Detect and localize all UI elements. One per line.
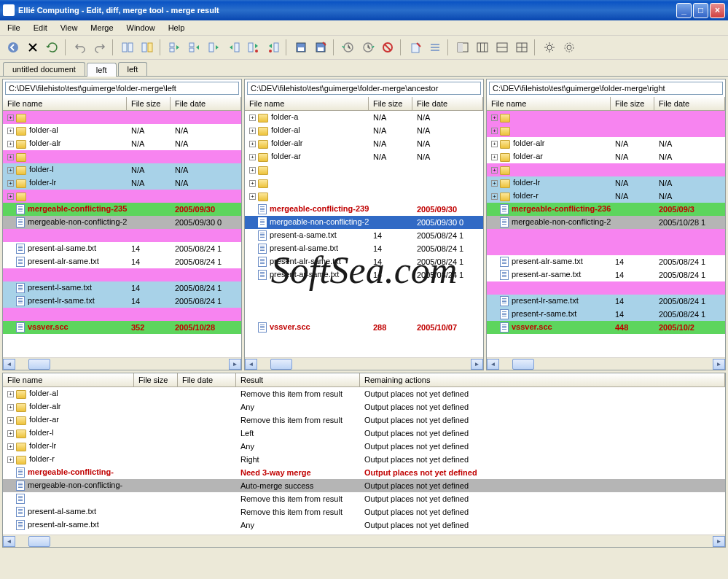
redo-button[interactable] <box>91 39 109 56</box>
list-item[interactable] <box>3 229 241 242</box>
expand-icon[interactable]: + <box>491 154 498 160</box>
list-item[interactable]: vssver.scc2882005/10/07 <box>245 321 483 334</box>
left-path[interactable]: C:\DEV\filehisto\test\guimerge\folder-me… <box>5 82 239 95</box>
col-size[interactable]: File size <box>611 97 654 110</box>
col-remain[interactable]: Remaining actions <box>360 373 725 386</box>
diff-button-3[interactable] <box>206 39 223 56</box>
expand-icon[interactable]: + <box>7 430 14 437</box>
col-size[interactable]: File size <box>369 97 412 110</box>
list-item[interactable]: mergeable-non-conflicting-2922005/10/28 … <box>487 216 725 229</box>
list-item[interactable]: + <box>3 190 241 203</box>
ancestor-path[interactable]: C:\DEV\filehisto\test\guimerge\folder-me… <box>247 82 481 95</box>
list-item[interactable]: + <box>487 111 725 124</box>
menu-view[interactable]: View <box>58 23 81 33</box>
list-item[interactable]: vssver.scc3522005/10/28 <box>3 321 241 334</box>
expand-icon[interactable]: + <box>491 167 498 174</box>
result-row[interactable]: +folder-lLeftOutput places not yet defin… <box>3 427 725 440</box>
expand-icon[interactable]: + <box>7 417 14 424</box>
settings-button-2[interactable] <box>560 39 578 56</box>
list-item[interactable] <box>245 281 483 295</box>
result-row[interactable]: present-alr-same.txtAnyOutput places not… <box>3 518 725 532</box>
result-row[interactable]: +folder-arRemove this item from resultOu… <box>3 413 725 427</box>
list-item[interactable]: +folder-alrN/AN/A <box>245 137 483 150</box>
list-item[interactable]: + <box>245 163 483 176</box>
list-item[interactable]: mergeable-conflicting-2352005/09/30 <box>3 203 241 216</box>
expand-icon[interactable]: + <box>249 128 256 134</box>
list-item[interactable]: present-alr-same.txt142005/08/24 1 <box>245 255 483 268</box>
result-scrollbar[interactable]: ◄► <box>3 535 725 547</box>
ancestor-scrollbar[interactable]: ◄► <box>245 357 483 370</box>
menu-edit[interactable]: Edit <box>31 23 50 33</box>
expand-icon[interactable]: + <box>7 180 14 187</box>
list-item[interactable]: +folder-rN/AN/A <box>487 190 725 203</box>
list-item[interactable] <box>487 229 725 242</box>
result-row[interactable]: +folder-lrAnyOutput places not yet defin… <box>3 440 725 453</box>
list-item[interactable]: +folder-lrN/AN/A <box>487 176 725 190</box>
list-item[interactable]: + <box>245 190 483 203</box>
expand-icon[interactable]: + <box>249 114 256 121</box>
list-item[interactable]: + <box>3 150 241 163</box>
settings-button-1[interactable] <box>541 39 558 56</box>
expand-icon[interactable]: + <box>249 193 256 200</box>
result-row[interactable]: +folder-rRightOutput places not yet defi… <box>3 453 725 466</box>
nav-back-button[interactable] <box>4 39 22 56</box>
list-item[interactable]: +folder-alrN/AN/A <box>3 137 241 150</box>
diff-button-1[interactable] <box>166 39 184 56</box>
expand-icon[interactable]: + <box>7 114 14 121</box>
expand-icon[interactable]: + <box>249 141 256 147</box>
list-item[interactable]: mergeable-non-conflicting-2652005/09/30 … <box>245 216 483 229</box>
result-grid-body[interactable]: +folder-alRemove this item from resultOu… <box>3 387 725 535</box>
list-item[interactable]: present-alr-same.txt142005/08/24 1 <box>3 255 241 268</box>
list-item[interactable]: +folder-alN/AN/A <box>245 124 483 137</box>
list-item[interactable]: + <box>3 111 241 124</box>
col-date[interactable]: File date <box>171 97 241 110</box>
align-button[interactable] <box>426 39 444 56</box>
result-row[interactable]: Remove this item from resultOutput place… <box>3 492 725 505</box>
list-item[interactable]: mergeable-conflicting-2362005/09/3 <box>487 203 725 216</box>
ancestor-grid-body[interactable]: +folder-aN/AN/A+folder-alN/AN/A+folder-a… <box>245 111 483 357</box>
list-item[interactable]: mergeable-conflicting-2392005/09/30 <box>245 203 483 216</box>
compare-button-2[interactable] <box>138 39 156 56</box>
expand-icon[interactable]: + <box>7 167 14 174</box>
col-result[interactable]: Result <box>236 373 360 386</box>
history-button-1[interactable] <box>340 39 357 56</box>
list-item[interactable] <box>3 308 241 321</box>
right-path[interactable]: C:\DEV\filehisto\test\guimerge\folder-me… <box>489 82 723 95</box>
list-item[interactable]: present-lr-same.txt142005/08/24 1 <box>487 295 725 308</box>
expand-icon[interactable]: + <box>491 128 498 134</box>
list-item[interactable]: present-ar-same.txt142005/08/24 1 <box>245 268 483 281</box>
expand-icon[interactable]: + <box>7 456 14 463</box>
result-row[interactable]: +folder-alrAnyOutput places not yet defi… <box>3 400 725 413</box>
menu-help[interactable]: Help <box>165 23 188 33</box>
list-item[interactable] <box>245 308 483 321</box>
diff-button-5[interactable] <box>245 39 262 56</box>
left-grid-body[interactable]: ++folder-alN/AN/A+folder-alrN/AN/A++fold… <box>3 111 241 357</box>
menu-window[interactable]: Window <box>124 23 158 33</box>
list-item[interactable]: present-ar-same.txt142005/08/24 1 <box>487 268 725 281</box>
menu-merge[interactable]: Merge <box>87 23 116 33</box>
col-name[interactable]: File name <box>3 97 127 110</box>
expand-icon[interactable]: + <box>7 154 14 160</box>
expand-icon[interactable]: + <box>249 167 256 174</box>
maximize-button[interactable]: □ <box>693 3 708 18</box>
col-name[interactable]: File name <box>245 97 369 110</box>
save-button-2[interactable] <box>312 39 329 56</box>
layout-button-3[interactable] <box>493 39 511 56</box>
expand-icon[interactable]: + <box>7 391 14 397</box>
list-item[interactable]: present-al-same.txt142005/08/24 1 <box>3 242 241 255</box>
list-item[interactable]: present-l-same.txt142005/08/24 1 <box>3 281 241 295</box>
undo-button[interactable] <box>71 39 89 56</box>
list-item[interactable]: +folder-lrN/AN/A <box>3 176 241 190</box>
refresh-button[interactable] <box>44 39 61 56</box>
expand-icon[interactable]: + <box>491 114 498 121</box>
delete-button[interactable] <box>407 39 424 56</box>
col-date[interactable]: File date <box>178 373 236 386</box>
cancel-button[interactable] <box>24 39 42 56</box>
right-scrollbar[interactable]: ◄► <box>487 357 725 370</box>
diff-button-6[interactable] <box>265 39 282 56</box>
list-item[interactable]: +folder-arN/AN/A <box>245 150 483 163</box>
col-name[interactable]: File name <box>3 373 134 386</box>
col-date[interactable]: File date <box>412 97 483 110</box>
list-item[interactable]: +folder-alN/AN/A <box>3 124 241 137</box>
minimize-button[interactable]: _ <box>676 3 692 18</box>
